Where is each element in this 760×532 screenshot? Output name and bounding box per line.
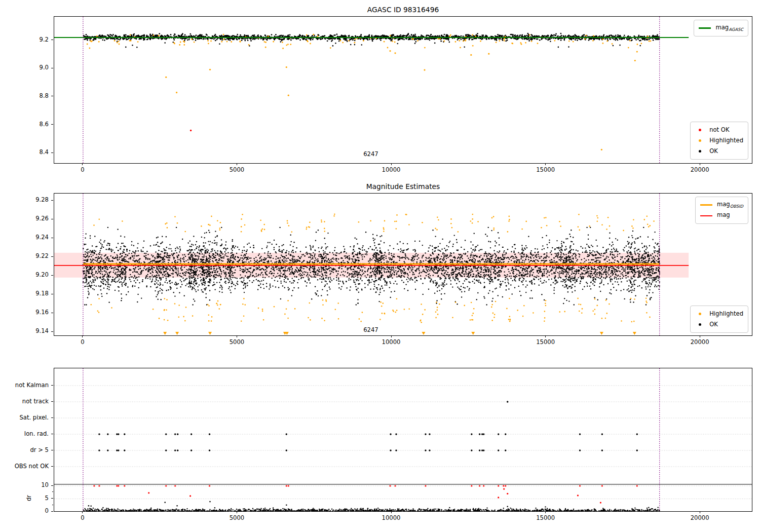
tick-mark	[51, 275, 53, 276]
obsid-annotation-2: 6247	[358, 326, 384, 333]
x-tick-label: 0	[67, 338, 98, 346]
y-tick-label: 9.0	[0, 64, 49, 71]
clipped-low-marker	[422, 332, 425, 335]
y-tick-label: 9.22	[0, 252, 49, 259]
tick-mark	[51, 466, 53, 467]
tick-mark	[700, 335, 700, 337]
dr-tick-label: 0	[0, 507, 49, 514]
y-tick-label: 9.16	[0, 309, 49, 316]
tick-mark	[51, 498, 53, 499]
legend-row-mag-obsid: magOBSID	[700, 200, 743, 210]
not-ok-marker	[699, 129, 701, 131]
legend-point-types-2: Highlighted OK	[690, 306, 748, 333]
tick-mark	[51, 96, 53, 96]
clipped-low-marker	[471, 332, 475, 335]
legend-point-types-1: not OK Highlighted OK	[690, 122, 748, 160]
x-tick-label: 10000	[376, 514, 406, 521]
tick-mark	[51, 238, 53, 238]
legend-label-highlighted-2: Highlighted	[709, 311, 743, 317]
legend-row-not-ok: not OK	[695, 125, 743, 135]
flag-label-not-kalman: not Kalman	[0, 382, 49, 389]
legend-label-mag-agasc: magAGASC	[715, 25, 743, 32]
plot2-title: Magnitude Estimates	[54, 182, 752, 191]
y-tick-label: 8.8	[0, 92, 49, 99]
x-tick-label: 10000	[376, 166, 406, 173]
x-tick-label: 20000	[685, 166, 715, 173]
clipped-low-marker	[175, 332, 179, 335]
flag-label-dr-gt-5: dr > 5	[0, 446, 49, 453]
flag-label-ion-rad: Ion. rad.	[0, 430, 49, 437]
x-tick-label: 15000	[530, 338, 561, 346]
clipped-low-marker	[600, 332, 603, 335]
tick-mark	[51, 40, 53, 40]
ok-marker	[699, 150, 701, 153]
y-tick-label: 8.4	[0, 148, 49, 156]
ok-marker-2	[699, 323, 701, 326]
plot-agasc-mag: magAGASC not OK Highlighted OK 6247	[54, 16, 752, 164]
tick-mark	[51, 385, 53, 386]
legend-row-highlighted-2: Highlighted	[695, 309, 743, 319]
tick-mark	[545, 335, 546, 337]
tick-mark	[545, 511, 546, 513]
tick-mark	[51, 331, 53, 332]
tick-mark	[51, 200, 53, 201]
tick-mark	[237, 335, 237, 337]
tick-mark	[237, 511, 237, 513]
x-tick-label: 5000	[221, 338, 252, 346]
dr-tick-label: 5	[0, 495, 49, 502]
plot-flags-dr-canvas	[54, 368, 752, 511]
dr-tick-label: 10	[0, 481, 49, 488]
y-tick-label: 9.24	[0, 234, 49, 241]
tick-mark	[51, 219, 53, 219]
legend-row-mag: mag	[700, 210, 743, 221]
tick-mark	[51, 511, 53, 512]
figure: AGASC ID 98316496 Magnitude Estimates ma…	[0, 0, 760, 532]
not-ok-points-group	[190, 130, 192, 131]
obsid-annotation-1: 6247	[358, 150, 384, 158]
x-tick-label: 15000	[530, 166, 561, 173]
highlighted-points-group	[87, 34, 652, 150]
tick-mark	[391, 335, 392, 337]
x-tick-label: 15000	[530, 514, 561, 521]
y-tick-label: 9.20	[0, 271, 49, 278]
y-tick-label: 9.18	[0, 290, 49, 297]
clipped-low-marker	[163, 332, 167, 335]
x-tick-label: 10000	[376, 338, 406, 346]
tick-mark	[51, 153, 53, 153]
tick-mark	[52, 491, 53, 492]
tick-mark	[700, 163, 700, 165]
highlighted-marker	[699, 139, 701, 142]
legend-mag-agasc: magAGASC	[694, 20, 748, 36]
tick-mark	[51, 417, 53, 418]
tick-mark	[51, 294, 53, 294]
tick-mark	[51, 485, 53, 486]
tick-mark	[51, 401, 53, 402]
y-tick-label: 9.2	[0, 36, 49, 43]
legend-row-ok: OK	[695, 146, 743, 157]
tick-mark	[700, 511, 700, 513]
legend-label-not-ok: not OK	[709, 127, 729, 133]
tick-mark	[52, 505, 53, 505]
mag-agasc-line-sample	[699, 27, 711, 29]
legend-row-mag-agasc: magAGASC	[699, 23, 743, 33]
plot-agasc-mag-canvas	[54, 17, 752, 163]
highlighted-marker-2	[699, 313, 701, 315]
legend-mag-lines: magOBSID mag	[695, 197, 748, 224]
tick-mark	[51, 256, 53, 257]
flag-points-group	[98, 401, 638, 451]
mag-line-sample	[700, 215, 712, 216]
dr-points-group	[83, 501, 660, 511]
x-tick-label: 5000	[221, 514, 252, 521]
legend-label-highlighted: Highlighted	[709, 138, 743, 144]
plot-magnitude-estimates: magOBSID mag Highlighted OK 6247	[54, 193, 752, 336]
tick-mark	[82, 511, 83, 513]
tick-mark	[51, 313, 53, 313]
mag-obsid-line-sample	[700, 204, 712, 206]
legend-row-ok-2: OK	[695, 319, 743, 330]
y-tick-label: 9.14	[0, 327, 49, 334]
tick-mark	[51, 124, 53, 125]
plot-magnitude-estimates-canvas	[54, 194, 752, 335]
legend-row-highlighted: Highlighted	[695, 135, 743, 146]
y-tick-label: 9.26	[0, 215, 49, 222]
clipped-low-marker	[208, 332, 212, 335]
